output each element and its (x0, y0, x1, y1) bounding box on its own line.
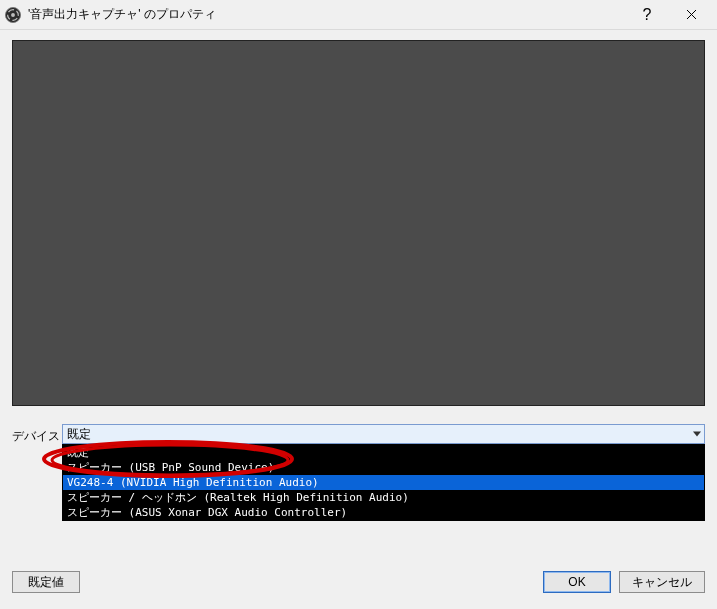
preview-area (12, 40, 705, 406)
device-dropdown[interactable]: 既定スピーカー (USB PnP Sound Device)VG248-4 (N… (62, 444, 705, 521)
device-select[interactable]: 既定 (62, 424, 705, 444)
cancel-button[interactable]: キャンセル (619, 571, 705, 593)
device-select-value: 既定 (67, 426, 91, 443)
content-area: デバイス 既定 既定スピーカー (USB PnP Sound Device)VG… (0, 30, 717, 445)
defaults-button[interactable]: 既定値 (12, 571, 80, 593)
device-option[interactable]: スピーカー / ヘッドホン (Realtek High Definition A… (63, 490, 704, 505)
device-control: 既定 既定スピーカー (USB PnP Sound Device)VG248-4… (62, 424, 705, 444)
device-option[interactable]: スピーカー (ASUS Xonar DGX Audio Controller) (63, 505, 704, 520)
help-button[interactable]: ? (625, 0, 669, 30)
obs-icon (4, 6, 22, 24)
device-option[interactable]: スピーカー (USB PnP Sound Device) (63, 460, 704, 475)
close-button[interactable] (669, 0, 713, 30)
dialog-buttons: 既定値 OK キャンセル (0, 571, 717, 593)
device-label: デバイス (12, 424, 62, 445)
close-icon (686, 9, 697, 20)
chevron-down-icon (693, 432, 701, 437)
svg-point-1 (11, 13, 15, 17)
device-row: デバイス 既定 既定スピーカー (USB PnP Sound Device)VG… (12, 424, 705, 445)
ok-button[interactable]: OK (543, 571, 611, 593)
titlebar: '音声出力キャプチャ' のプロパティ ? (0, 0, 717, 30)
device-option[interactable]: VG248-4 (NVIDIA High Definition Audio) (63, 475, 704, 490)
device-option[interactable]: 既定 (63, 445, 704, 460)
window-title: '音声出力キャプチャ' のプロパティ (28, 6, 216, 23)
